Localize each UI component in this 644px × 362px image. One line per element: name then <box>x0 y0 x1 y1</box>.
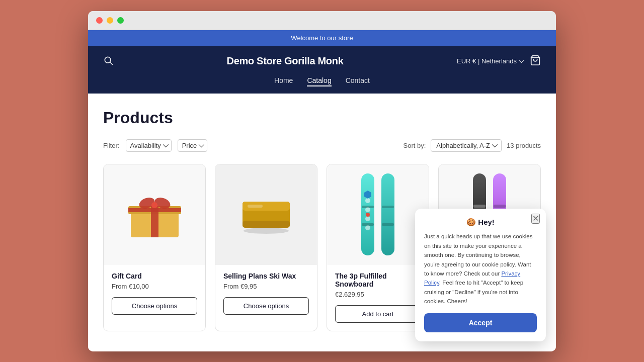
product-name: Selling Plans Ski Wax <box>223 272 309 280</box>
filter-label: Filter: <box>103 142 120 149</box>
product-name: Gift Card <box>112 272 197 280</box>
search-button[interactable] <box>103 55 113 67</box>
availability-filter[interactable]: Availability <box>126 139 172 152</box>
choose-options-gift-card[interactable]: Choose options <box>112 297 197 315</box>
product-price: From €9,95 <box>223 283 309 290</box>
nav-link-catalog[interactable]: Catalog <box>307 76 331 86</box>
cookie-title-text: Hey! <box>478 218 495 226</box>
svg-point-22 <box>366 213 370 217</box>
product-card-ski-wax: Selling Plans Ski Wax From €9,95 Choose … <box>215 164 317 331</box>
cookie-title: 🍪 Hey! <box>424 218 537 227</box>
add-to-cart-snowboard-teal[interactable]: Add to cart <box>335 305 421 323</box>
traffic-light-green[interactable] <box>117 17 124 24</box>
svg-point-20 <box>365 225 370 230</box>
svg-rect-26 <box>382 223 394 226</box>
ski-wax-illustration <box>238 195 294 235</box>
availability-chevron-icon <box>163 142 168 147</box>
product-image-ski-wax <box>215 164 317 265</box>
product-price: From €10,00 <box>112 283 197 290</box>
svg-rect-31 <box>494 205 506 208</box>
sort-controls: Sort by: Alphabetically, A-Z 13 products <box>404 139 541 152</box>
product-image-snowboard-teal <box>327 164 429 265</box>
filter-bar: Filter: Availability Price Sort by: Alph… <box>103 139 541 152</box>
locale-selector[interactable]: EUR € | Netherlands <box>457 57 523 65</box>
svg-rect-12 <box>243 221 290 228</box>
svg-rect-13 <box>248 205 263 208</box>
availability-label: Availability <box>130 142 161 149</box>
locale-text: EUR € | Netherlands <box>457 57 517 65</box>
browser-window: Welcome to our store Demo Store Gorilla … <box>88 11 556 351</box>
svg-rect-29 <box>473 205 486 208</box>
sort-label: Sort by: <box>404 142 426 149</box>
traffic-light-yellow[interactable] <box>107 17 113 24</box>
nav-left <box>103 55 113 67</box>
filter-controls: Filter: Availability Price <box>103 139 207 152</box>
browser-chrome <box>88 11 556 30</box>
nav-link-home[interactable]: Home <box>274 76 293 86</box>
product-price: €2.629,95 <box>335 291 421 298</box>
cookie-accept-button[interactable]: Accept <box>424 313 537 332</box>
product-name: The 3p Fulfilled Snowboard <box>335 272 421 288</box>
store-content: Products Filter: Availability Price Sort… <box>88 94 556 351</box>
price-chevron-icon <box>199 142 204 147</box>
snowboard-teal-illustration <box>355 170 400 258</box>
choose-options-ski-wax[interactable]: Choose options <box>223 297 309 315</box>
price-label: Price <box>182 142 197 149</box>
svg-point-19 <box>365 216 370 221</box>
svg-rect-16 <box>381 173 394 255</box>
product-count: 13 products <box>507 142 541 149</box>
svg-rect-6 <box>128 208 181 212</box>
product-card-gift-card: Gift Card From €10,00 Choose options <box>103 164 206 331</box>
svg-point-14 <box>244 228 289 234</box>
cookie-popup: ✕ 🍪 Hey! Just a quick heads up that we u… <box>415 209 546 341</box>
svg-point-17 <box>365 198 370 203</box>
price-filter[interactable]: Price <box>178 139 208 152</box>
nav-link-contact[interactable]: Contact <box>346 76 370 86</box>
svg-point-9 <box>151 202 157 208</box>
store-nav: Demo Store Gorilla Monk EUR € | Netherla… <box>88 46 556 94</box>
sort-value: Alphabetically, A-Z <box>436 142 490 149</box>
cart-button[interactable] <box>530 55 541 67</box>
svg-rect-25 <box>382 206 394 208</box>
cart-icon <box>530 55 541 66</box>
nav-right: EUR € | Netherlands <box>457 55 541 67</box>
product-info-gift-card: Gift Card From €10,00 Choose options <box>104 265 205 323</box>
product-image-gift-card <box>104 164 205 265</box>
svg-rect-23 <box>362 206 374 208</box>
banner-text: Welcome to our store <box>291 34 353 42</box>
nav-links: Home Catalog Contact <box>103 76 541 94</box>
locale-chevron-icon <box>519 57 524 63</box>
sort-select[interactable]: Alphabetically, A-Z <box>431 139 502 152</box>
store-title: Demo Store Gorilla Monk <box>226 55 343 67</box>
search-icon <box>103 55 113 65</box>
gift-card-illustration <box>126 192 184 237</box>
sort-chevron-icon <box>492 142 498 147</box>
product-info-snowboard-teal: The 3p Fulfilled Snowboard €2.629,95 Add… <box>327 265 429 331</box>
cookie-emoji: 🍪 <box>466 218 476 226</box>
store-banner: Welcome to our store <box>88 30 556 46</box>
traffic-light-red[interactable] <box>96 17 103 24</box>
product-card-snowboard-teal: The 3p Fulfilled Snowboard €2.629,95 Add… <box>327 164 429 331</box>
svg-rect-24 <box>362 223 374 226</box>
page-title: Products <box>103 109 541 127</box>
product-info-ski-wax: Selling Plans Ski Wax From €9,95 Choose … <box>215 265 317 323</box>
cookie-body-text: Just a quick heads up that we use cookie… <box>424 232 537 306</box>
cookie-text-after: . Feel free to hit "Accept" to keep crui… <box>424 280 523 304</box>
cookie-close-button[interactable]: ✕ <box>531 214 540 224</box>
svg-line-1 <box>110 62 113 64</box>
